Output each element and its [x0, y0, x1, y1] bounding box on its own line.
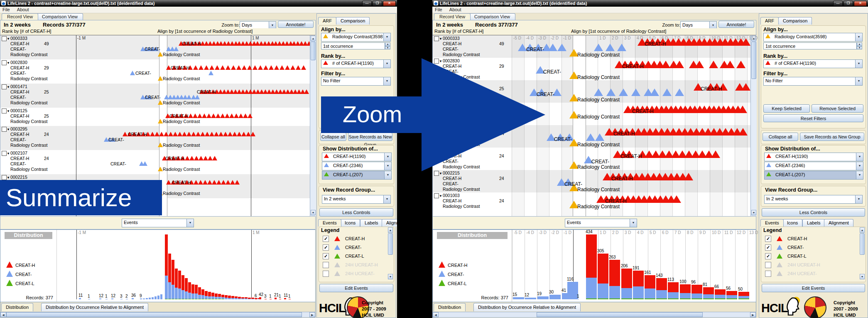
menu-about[interactable]: About — [17, 7, 29, 12]
vertical-scrollbar[interactable]: ▲▼ — [310, 35, 316, 216]
collapse-caret-icon[interactable]: ▼ — [7, 61, 10, 65]
tab-comparison[interactable]: Comparison — [778, 17, 812, 25]
spinner-up-icon[interactable]: ▲ — [385, 42, 390, 46]
spinner-down-icon[interactable]: ▼ — [857, 46, 862, 49]
tab-distribution-by-occurrence[interactable]: Distribution by Occurrence Relative to A… — [41, 303, 148, 311]
record-group-combobox[interactable]: In 2 weeks ▼ — [322, 195, 391, 204]
minimize-button[interactable]: — — [362, 1, 372, 6]
record-row[interactable]: ▼0002830CREAT-H29CREAT-Radiology Contras… — [0, 59, 310, 84]
collapse-caret-icon[interactable]: ▼ — [439, 172, 442, 175]
edit-events-button[interactable]: Edit Events — [762, 284, 865, 292]
spinner-down-icon[interactable]: ▼ — [385, 46, 390, 49]
annotate-button[interactable]: Annotate! — [278, 21, 314, 28]
reset-filters-button[interactable]: Reset Filters — [763, 114, 863, 122]
chevron-down-icon[interactable]: ▼ — [855, 195, 862, 203]
collapse-caret-icon[interactable]: ▼ — [7, 109, 10, 113]
tab-distribution[interactable]: Distribution — [1, 303, 33, 311]
events-combobox[interactable]: Events ▼ — [565, 219, 637, 227]
tab-record-view[interactable]: Record View — [434, 13, 471, 20]
align-by-combobox[interactable]: Radiology Contrast(3598) ▼ — [763, 33, 863, 42]
menu-file[interactable]: File — [435, 7, 442, 12]
chevron-down-icon[interactable]: ▼ — [855, 77, 862, 85]
tab-icons[interactable]: Icons — [340, 219, 360, 227]
legend-checkbox[interactable]: ✓ — [765, 236, 771, 242]
spinner-up-icon[interactable]: ▲ — [857, 42, 862, 46]
legend-scroll-down-icon[interactable]: ▼ — [860, 274, 865, 279]
collapse-caret-icon[interactable]: ▼ — [7, 128, 10, 131]
record-checkbox[interactable] — [2, 84, 7, 89]
chevron-down-icon[interactable]: ▼ — [855, 33, 862, 41]
record-checkbox[interactable] — [2, 175, 7, 180]
rank-by-combobox[interactable]: # of CREAT-H(1190) ▼ — [321, 59, 391, 68]
tab-comparison-view[interactable]: Comparison View — [37, 13, 83, 20]
chevron-down-icon[interactable]: ▼ — [383, 77, 390, 85]
close-button[interactable]: ✕ — [854, 1, 867, 6]
events-combobox[interactable]: Events ▼ — [122, 219, 194, 227]
record-checkbox[interactable] — [434, 193, 439, 198]
title-bar[interactable]: LifeLines 2 - contrast+creatine-large.tx… — [0, 0, 397, 7]
legend-checkbox[interactable]: ✓ — [323, 253, 329, 259]
close-button[interactable]: ✕ — [383, 1, 396, 6]
tab-record-view[interactable]: Record View — [2, 13, 38, 20]
keep-selected-button[interactable]: Keep Selected — [763, 104, 810, 113]
maximize-button[interactable]: ❐ — [373, 1, 382, 6]
chevron-down-icon[interactable]: ▼ — [383, 60, 390, 68]
tab-distribution-by-occurrence[interactable]: Distribution by Occurrence Relative to A… — [473, 303, 581, 311]
zoom-to-combobox[interactable]: Days ▼ — [680, 21, 717, 29]
distribution-combobox-1[interactable]: CREAT-H(1190)▼ — [764, 153, 863, 161]
save-records-button[interactable]: Save Records as New Group — [348, 133, 392, 141]
legend-scrollbar-thumb[interactable] — [860, 233, 865, 255]
tab-icons[interactable]: Icons — [782, 219, 802, 227]
record-row[interactable]: ▼0003295CREAT-H24CREAT-Radiology Contras… — [0, 126, 310, 150]
record-group-combobox[interactable]: In 2 weeks ▼ — [764, 195, 863, 204]
scroll-up-icon[interactable]: ▲ — [751, 36, 756, 41]
title-bar[interactable]: LifeLines 2 - contrast+creatine-large.tx… — [432, 0, 868, 7]
legend-scrollbar-thumb[interactable] — [388, 233, 393, 255]
minimize-button[interactable]: — — [833, 1, 843, 6]
vertical-scrollbar-thumb[interactable] — [311, 42, 316, 60]
vertical-scrollbar-thumb[interactable] — [751, 42, 756, 79]
record-checkbox[interactable] — [2, 108, 7, 113]
scroll-left-icon[interactable]: ◀ — [433, 312, 439, 317]
less-controls-button[interactable]: Less Controls — [762, 208, 865, 217]
legend-checkbox[interactable] — [765, 271, 771, 277]
menu-file[interactable]: File — [2, 7, 10, 12]
collapse-caret-icon[interactable]: ▼ — [7, 152, 10, 155]
tab-comparison-view[interactable]: Comparison View — [469, 13, 515, 20]
collapse-all-button[interactable]: Collapse all — [763, 133, 798, 141]
legend-checkbox[interactable] — [323, 262, 329, 268]
scroll-left-icon[interactable]: ◀ — [0, 312, 6, 317]
collapse-caret-icon[interactable]: ▼ — [7, 37, 10, 41]
horizontal-scrollbar-thumb[interactable] — [537, 312, 703, 317]
record-row[interactable]: ▼0000333CREAT-H49CREAT-Radiology Contras… — [433, 35, 751, 58]
record-row[interactable]: ▼0000333CREAT-H49CREAT-Radiology Contras… — [0, 35, 310, 59]
legend-scroll-up-icon[interactable]: ▲ — [388, 227, 393, 233]
distribution-combobox-1[interactable]: CREAT-H(1190)▼ — [322, 153, 392, 161]
chevron-down-icon[interactable]: ▼ — [384, 171, 391, 179]
align-by-combobox[interactable]: Radiology Contrast(3598) ▼ — [321, 33, 391, 42]
remove-selected-button[interactable]: Remove Selected — [812, 104, 863, 113]
record-checkbox[interactable] — [2, 36, 7, 41]
chevron-down-icon[interactable]: ▼ — [383, 195, 390, 203]
horizontal-scrollbar-thumb[interactable] — [6, 312, 302, 317]
record-checkbox[interactable] — [434, 171, 439, 176]
record-checkbox[interactable] — [2, 151, 7, 156]
scroll-up-icon[interactable]: ▲ — [311, 36, 316, 41]
legend-checkbox[interactable] — [323, 271, 329, 277]
tab-events[interactable]: Events — [760, 219, 784, 227]
chevron-down-icon[interactable]: ▼ — [709, 22, 716, 28]
chevron-down-icon[interactable]: ▼ — [856, 162, 863, 170]
horizontal-scrollbar[interactable]: ◀▶ — [432, 312, 756, 318]
chevron-down-icon[interactable]: ▼ — [384, 162, 391, 170]
zoom-to-combobox[interactable]: Days ▼ — [240, 21, 276, 29]
scroll-down-icon[interactable]: ▼ — [311, 210, 316, 215]
tab-alignment[interactable]: Alignment — [824, 219, 853, 227]
record-row[interactable]: ▼0001471CREAT-H25CREAT-Radiology Contras… — [0, 84, 310, 108]
filter-by-combobox[interactable]: No Filter ▼ — [763, 77, 863, 86]
record-row[interactable]: ▼0002107CREAT-H24CREAT-Radiology Contras… — [0, 150, 310, 174]
menu-about[interactable]: About — [449, 7, 461, 12]
chevron-down-icon[interactable]: ▼ — [855, 60, 862, 68]
chevron-down-icon[interactable]: ▼ — [269, 22, 276, 28]
record-checkbox[interactable] — [434, 59, 439, 64]
legend-checkbox[interactable]: ✓ — [765, 253, 771, 259]
